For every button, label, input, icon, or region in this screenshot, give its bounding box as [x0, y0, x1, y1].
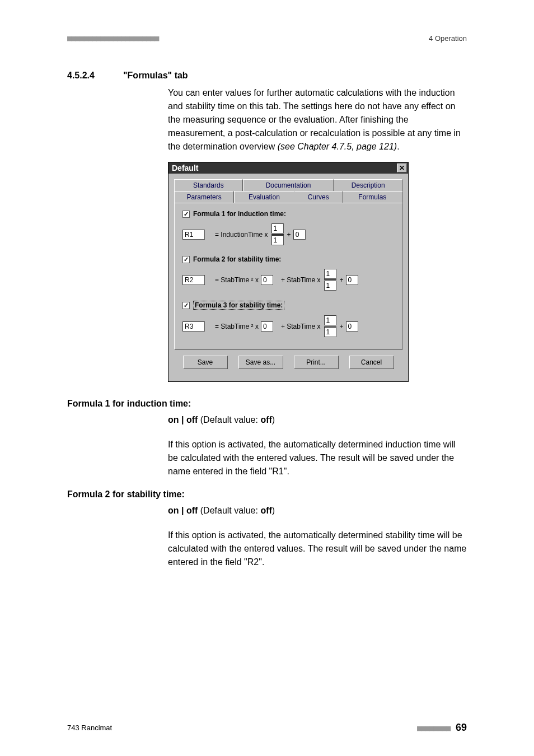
intro-period: . [397, 142, 399, 151]
intro-ref: (see Chapter 4.7.5, page 121) [278, 142, 397, 151]
header-ornament-left: ■■■■■■■■■■■■■■■■■■■■■■ [67, 34, 158, 43]
formulas-dialog: Default ✕ Standards Documentation Descri… [168, 162, 409, 382]
def1-opts-default: off [260, 415, 271, 424]
def2-body: If this option is activated, the automat… [168, 529, 467, 569]
formula1-label: Formula 1 for induction time: [193, 210, 286, 218]
page-footer: 743 Rancimat ■■■■■■■■ 69 [67, 722, 467, 734]
section-heading: 4.5.2.4 "Formulas" tab [67, 71, 467, 81]
formula3-name-input[interactable] [182, 321, 205, 332]
page-number: 69 [456, 722, 467, 733]
formula1-block: ✓ Formula 1 for induction time: = Induct… [182, 210, 394, 245]
formula1-plus: + [287, 231, 291, 239]
tab-standards[interactable]: Standards [174, 179, 243, 191]
formula2-offset[interactable] [346, 275, 358, 285]
def2-opts: on | off [168, 506, 198, 515]
section-title: "Formulas" tab [123, 71, 188, 81]
def2-opts-default: off [260, 506, 271, 515]
formula2-block: ✓ Formula 2 for stability time: = StabTi… [182, 255, 394, 291]
dialog-titlebar[interactable]: Default ✕ [168, 162, 408, 174]
def1-opts-after: ) [272, 415, 275, 424]
formula3-expr-prefix: = StabTime ² x [215, 323, 259, 330]
formula3-checkbox[interactable]: ✓ [182, 302, 190, 309]
print-button[interactable]: Print... [294, 356, 339, 369]
formula2-checkbox[interactable]: ✓ [182, 256, 190, 263]
def2-heading: Formula 2 for stability time: [67, 489, 467, 500]
def2-opts-mid: (Default value: [198, 506, 260, 515]
formula2-numerator[interactable] [324, 269, 336, 279]
formula2-name-input[interactable] [182, 275, 205, 285]
formula3-numerator[interactable] [324, 315, 336, 325]
formula1-denominator[interactable] [271, 235, 284, 245]
section-number: 4.5.2.4 [67, 71, 123, 81]
footer-product: 743 Rancimat [67, 724, 112, 732]
formula1-numerator[interactable] [271, 223, 284, 234]
formula3-block: ✓ Formula 3 for stability time: = StabTi… [182, 301, 394, 337]
def1-options: on | off (Default value: off) [168, 413, 467, 427]
def2-options: on | off (Default value: off) [168, 504, 467, 517]
tab-documentation[interactable]: Documentation [243, 179, 334, 191]
formula3-mid: + StabTime x [281, 323, 321, 330]
def2-opts-after: ) [272, 506, 275, 515]
tab-parameters[interactable]: Parameters [174, 191, 234, 203]
def1-heading: Formula 1 for induction time: [67, 399, 467, 409]
page-header: ■■■■■■■■■■■■■■■■■■■■■■ 4 Operation [67, 34, 467, 43]
cancel-button[interactable]: Cancel [349, 356, 394, 369]
formula3-coef[interactable] [261, 321, 273, 332]
header-chapter: 4 Operation [429, 34, 467, 43]
dialog-title: Default [172, 164, 198, 172]
save-button[interactable]: Save [183, 356, 228, 369]
def1-opts: on | off [168, 415, 198, 424]
def1-body: If this option is activated, the automat… [168, 438, 467, 478]
formula1-checkbox[interactable]: ✓ [182, 211, 190, 218]
formula2-denominator[interactable] [324, 281, 336, 291]
tab-panel: ✓ Formula 1 for induction time: = Induct… [174, 203, 402, 350]
formula2-fraction [324, 269, 336, 291]
save-as-button[interactable]: Save as... [238, 356, 283, 369]
formula1-expr-prefix: = InductionTime x [215, 231, 268, 239]
tab-description[interactable]: Description [334, 179, 402, 191]
tab-evaluation[interactable]: Evaluation [234, 191, 294, 203]
formula1-fraction [271, 223, 284, 245]
close-icon[interactable]: ✕ [397, 164, 407, 172]
formula3-plus: + [340, 323, 344, 330]
formula2-mid: + StabTime x [281, 276, 321, 284]
formula2-label: Formula 2 for stability time: [193, 255, 281, 263]
formula1-name-input[interactable] [182, 230, 205, 240]
formula3-fraction [324, 315, 336, 337]
def1-opts-mid: (Default value: [198, 415, 260, 424]
formula2-coef[interactable] [261, 275, 273, 285]
intro-paragraph: You can enter values for further automat… [168, 86, 467, 153]
dialog-button-row: Save Save as... Print... Cancel [174, 350, 402, 376]
formula3-label: Formula 3 for stability time: [193, 301, 284, 310]
formula3-denominator[interactable] [324, 327, 336, 337]
formula3-offset[interactable] [346, 321, 358, 332]
formula2-plus: + [340, 276, 344, 284]
footer-ornament: ■■■■■■■■ [417, 724, 450, 732]
tab-curves[interactable]: Curves [294, 191, 343, 203]
tab-formulas[interactable]: Formulas [343, 191, 402, 203]
formula2-expr-prefix: = StabTime ² x [215, 276, 259, 284]
formula1-offset[interactable] [293, 230, 306, 240]
